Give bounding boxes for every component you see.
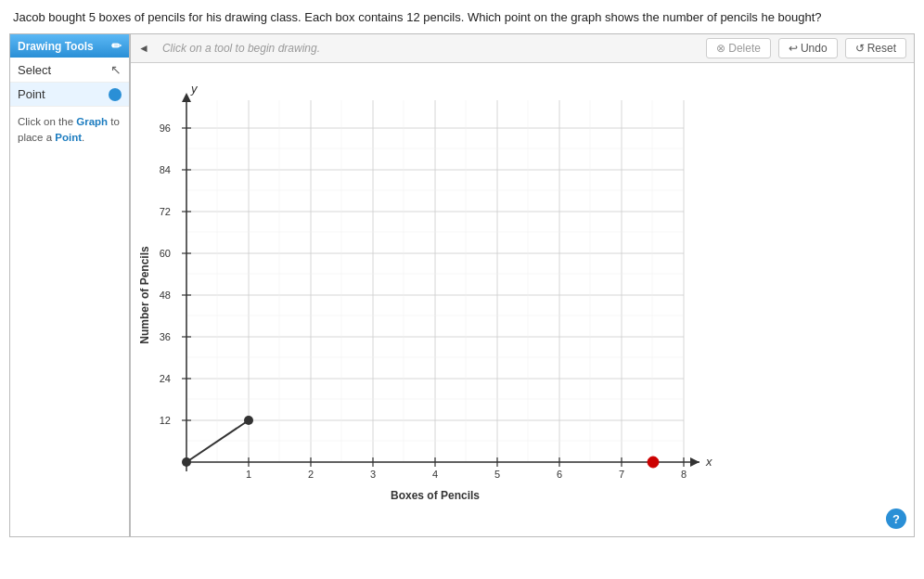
drawing-tools-header: Drawing Tools ✏ xyxy=(10,34,129,58)
svg-text:24: 24 xyxy=(160,373,171,384)
point-tool[interactable]: Point xyxy=(10,83,129,107)
graph-svg[interactable]: x y 12 24 36 48 60 72 84 96 xyxy=(135,72,896,527)
help-button[interactable]: ? xyxy=(886,508,906,529)
reset-label: Reset xyxy=(867,42,896,55)
svg-text:12: 12 xyxy=(160,415,171,426)
x-axis-label: Boxes of Pencils xyxy=(391,489,480,502)
svg-text:7: 7 xyxy=(619,469,624,480)
select-tool-label: Select xyxy=(18,63,51,77)
reset-icon: ↺ xyxy=(855,42,865,55)
svg-text:1: 1 xyxy=(246,469,251,480)
drawn-line xyxy=(186,420,249,462)
instruction-text: Click on the Graph to place a Point. xyxy=(10,107,129,154)
instruction-point-word: Point xyxy=(55,132,82,143)
line-endpoint xyxy=(244,416,253,425)
drawing-tools-panel: Drawing Tools ✏ Select ↖ Point Click on … xyxy=(9,33,130,537)
svg-text:4: 4 xyxy=(432,469,438,480)
y-axis-letter: y xyxy=(190,82,199,96)
x-axis-letter: x xyxy=(705,455,712,469)
svg-text:36: 36 xyxy=(160,331,171,342)
instruction-before: Click on the xyxy=(18,116,76,127)
x-arrow xyxy=(690,457,699,467)
delete-icon: ⊗ xyxy=(716,42,725,55)
origin-point xyxy=(182,457,191,467)
right-panel: ◄ Click on a tool to begin drawing. ⊗ De… xyxy=(130,33,915,537)
svg-text:72: 72 xyxy=(160,206,171,217)
undo-label: Undo xyxy=(801,42,828,55)
red-point xyxy=(648,457,659,468)
svg-text:96: 96 xyxy=(160,122,171,134)
reset-button[interactable]: ↺ Reset xyxy=(845,38,906,58)
svg-text:84: 84 xyxy=(160,164,171,175)
point-dot-icon xyxy=(109,88,122,101)
svg-text:6: 6 xyxy=(557,469,562,480)
instruction-graph-word: Graph xyxy=(76,116,108,127)
svg-text:8: 8 xyxy=(681,469,687,480)
instruction-after: . xyxy=(82,132,84,143)
y-axis-label: Number of Pencils xyxy=(138,246,151,344)
delete-label: Delete xyxy=(728,42,761,55)
graph-area[interactable]: x y 12 24 36 48 60 72 84 96 xyxy=(131,63,914,536)
collapse-button[interactable]: ◄ xyxy=(138,42,149,55)
toolbar: ◄ Click on a tool to begin drawing. ⊗ De… xyxy=(131,34,914,63)
undo-icon: ↩ xyxy=(789,42,798,55)
y-arrow xyxy=(182,93,191,102)
cursor-icon: ↖ xyxy=(110,62,122,77)
undo-button[interactable]: ↩ Undo xyxy=(778,38,838,58)
pencil-icon: ✏ xyxy=(111,39,122,53)
select-tool[interactable]: Select ↖ xyxy=(10,58,129,83)
svg-text:3: 3 xyxy=(370,469,376,480)
svg-text:48: 48 xyxy=(160,290,171,301)
question-text: Jacob bought 5 boxes of pencils for his … xyxy=(0,0,924,33)
toolbar-placeholder: Click on a tool to begin drawing. xyxy=(162,42,699,55)
point-tool-label: Point xyxy=(18,87,45,101)
svg-text:5: 5 xyxy=(494,469,500,480)
svg-text:60: 60 xyxy=(160,248,171,259)
drawing-tools-title: Drawing Tools xyxy=(18,40,94,53)
svg-text:2: 2 xyxy=(308,469,314,480)
delete-button[interactable]: ⊗ Delete xyxy=(706,38,771,58)
